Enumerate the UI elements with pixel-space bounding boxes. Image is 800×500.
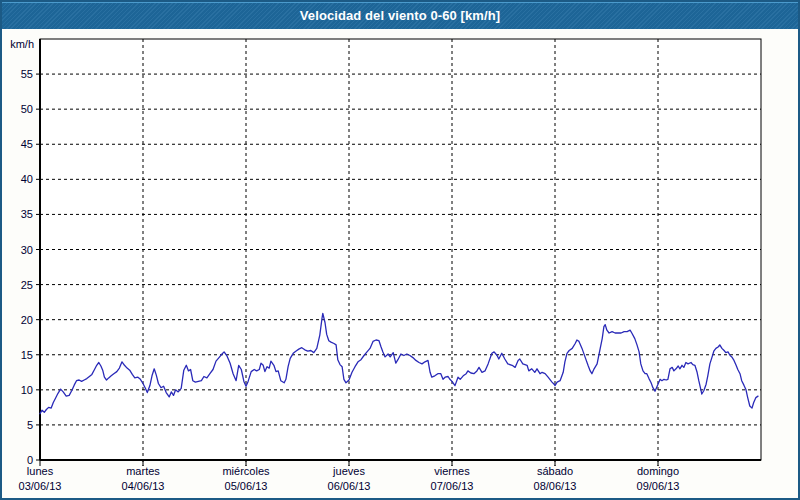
day-name-label: sábado [537, 465, 573, 477]
y-axis-unit-label: km/h [10, 38, 34, 50]
y-tick-label: 40 [21, 173, 33, 185]
day-name-label: lunes [27, 465, 54, 477]
day-date-label: 03/06/13 [19, 480, 62, 492]
y-tick-label: 20 [21, 314, 33, 326]
y-tick-label: 30 [21, 244, 33, 256]
y-axis-labels: 0510152025303540455055km/h [10, 38, 34, 466]
y-tick-label: 15 [21, 349, 33, 361]
wind-speed-line-chart: 0510152025303540455055km/hlunes03/06/13m… [2, 28, 798, 498]
chart-title-bar: Velocidad del viento 0-60 [km/h] [2, 2, 798, 29]
x-axis-labels: lunes03/06/13martes04/06/13miércoles05/0… [19, 465, 680, 492]
day-date-label: 04/06/13 [122, 480, 165, 492]
y-tick-label: 35 [21, 208, 33, 220]
day-date-label: 09/06/13 [637, 480, 680, 492]
y-tick-label: 45 [21, 138, 33, 150]
wind-speed-chart-window: Velocidad del viento 0-60 [km/h] 0510152… [0, 0, 800, 500]
day-name-label: viernes [434, 465, 470, 477]
day-name-label: martes [126, 465, 160, 477]
day-date-label: 08/06/13 [534, 480, 577, 492]
y-tick-label: 25 [21, 279, 33, 291]
day-name-label: miércoles [222, 465, 270, 477]
y-tick-label: 5 [27, 419, 33, 431]
y-tick-label: 50 [21, 103, 33, 115]
day-date-label: 06/06/13 [328, 480, 371, 492]
day-name-label: jueves [332, 465, 365, 477]
y-tick-label: 10 [21, 384, 33, 396]
y-tick-label: 55 [21, 68, 33, 80]
day-date-label: 05/06/13 [225, 480, 268, 492]
day-name-label: domingo [637, 465, 679, 477]
day-date-label: 07/06/13 [431, 480, 474, 492]
